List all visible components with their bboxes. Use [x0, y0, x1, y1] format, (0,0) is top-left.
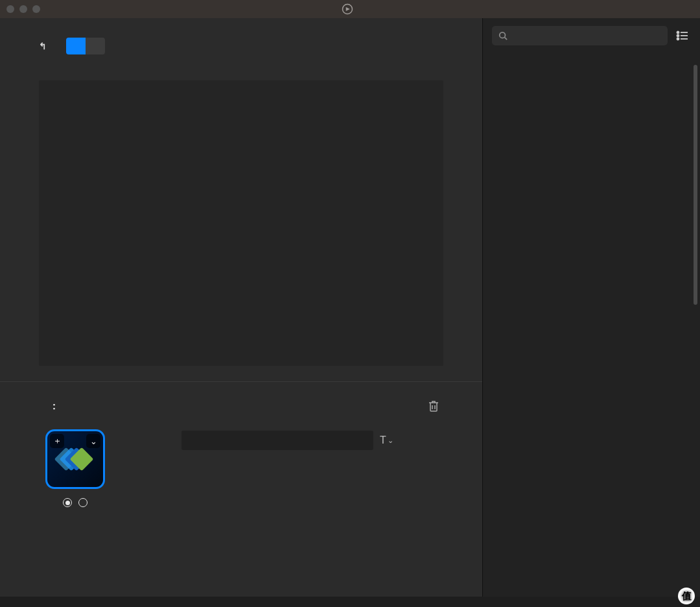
key-state-dots — [45, 498, 105, 507]
watermark-icon: 值 — [678, 588, 695, 604]
close-dot[interactable] — [6, 5, 14, 13]
page-tabs — [66, 38, 105, 54]
page-header: ↰ — [0, 18, 482, 61]
svg-point-3 — [677, 35, 679, 37]
trash-icon — [428, 399, 439, 412]
search-icon — [498, 31, 508, 40]
titlebar — [0, 0, 700, 18]
page-tab-2[interactable] — [86, 38, 105, 54]
key-tile[interactable]: ＋ ⌄ — [45, 429, 105, 489]
zoom-dot[interactable] — [32, 5, 40, 13]
state-dot-1[interactable] — [63, 498, 72, 507]
state-dot-2[interactable] — [78, 498, 88, 507]
action-list — [483, 53, 700, 597]
title-input[interactable] — [181, 431, 373, 450]
watermark: 值 — [678, 588, 697, 604]
search-field[interactable] — [492, 26, 668, 45]
inspector-title: ： — [45, 400, 469, 412]
title-style-button[interactable]: T ⌄ — [380, 434, 393, 446]
app-title — [342, 3, 358, 15]
action-sidebar — [482, 18, 700, 597]
scrollbar[interactable] — [694, 65, 697, 305]
inspector: ： ＋ ⌄ — [0, 381, 482, 597]
view-toggle-button[interactable] — [674, 27, 691, 44]
back-icon[interactable]: ↰ — [39, 41, 47, 51]
list-icon — [676, 30, 689, 41]
multiaction-icon — [62, 446, 89, 473]
key-preview: ＋ ⌄ — [45, 429, 105, 507]
window-controls — [6, 5, 40, 13]
action-dropzone[interactable] — [39, 80, 443, 366]
page-tab-1[interactable] — [66, 38, 86, 54]
svg-point-1 — [500, 32, 506, 38]
delete-button[interactable] — [428, 399, 439, 412]
svg-point-2 — [677, 32, 679, 34]
search-input[interactable] — [513, 30, 661, 41]
elgato-logo-icon — [342, 3, 353, 15]
main-panel: ↰ ： ＋ ⌄ — [0, 18, 482, 597]
minimize-dot[interactable] — [19, 5, 27, 13]
svg-point-4 — [677, 38, 679, 40]
inspector-fields: T ⌄ — [144, 429, 469, 507]
